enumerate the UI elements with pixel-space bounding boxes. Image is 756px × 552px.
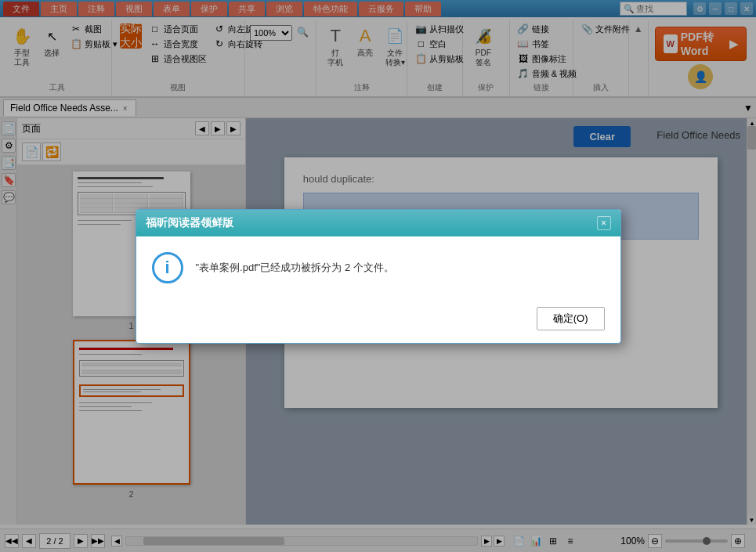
dialog: 福昕阅读器领鲜版 × i "表单案例.pdf"已经成功被拆分为 2 个文件。 确… [136,209,621,344]
dialog-overlay: 福昕阅读器领鲜版 × i "表单案例.pdf"已经成功被拆分为 2 个文件。 确… [0,0,756,552]
dialog-body: i "表单案例.pdf"已经成功被拆分为 2 个文件。 [136,236,620,299]
dialog-ok-button[interactable]: 确定(O) [537,307,605,330]
dialog-title: 福昕阅读器领鲜版 [146,216,233,230]
dialog-message: "表单案例.pdf"已经成功被拆分为 2 个文件。 [196,261,394,275]
dialog-info-icon: i [152,252,183,283]
dialog-close-btn[interactable]: × [597,216,611,230]
dialog-title-bar: 福昕阅读器领鲜版 × [136,210,620,236]
dialog-footer: 确定(O) [136,299,620,343]
